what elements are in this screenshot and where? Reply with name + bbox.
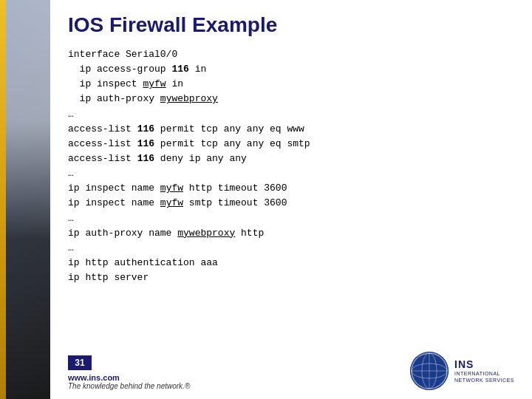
code-ellipsis-1: …: [68, 107, 514, 122]
code-line-inspect: ip inspect myfw in: [68, 77, 514, 92]
main-content: IOS Firewall Example interface Serial0/0…: [50, 0, 532, 399]
auth-proxy-name-mywebproxy: mywebproxy: [160, 93, 218, 104]
ins-logo: INS INTERNATIONALNETWORK SERVICES: [410, 352, 514, 390]
code-ellipsis-4: …: [68, 241, 514, 256]
code-line-access-group: ip access-group 116 in: [68, 62, 514, 77]
footer-left: 31 www.ins.com The knowledge behind the …: [68, 355, 190, 390]
code-line-http-server: ip http server: [68, 270, 514, 285]
footer-tagline: The knowledge behind the network.®: [68, 382, 190, 390]
page-title: IOS Firewall Example: [68, 13, 514, 37]
page-number: 31: [68, 355, 92, 370]
code-line-auth-proxy: ip auth-proxy mywebproxy: [68, 92, 514, 106]
code-line-inspect-smtp: ip inspect name myfw smtp timeout 3600: [68, 196, 514, 211]
yellow-accent-bar: [0, 0, 6, 399]
footer-url: www.ins.com: [68, 373, 190, 382]
ins-globe-icon: [410, 352, 449, 390]
code-line: interface Serial0/0: [68, 47, 514, 62]
left-sidebar: [0, 0, 50, 399]
code-line-acl-www: access-list 116 permit tcp any any eq ww…: [68, 122, 514, 137]
ins-text-block: INS INTERNATIONALNETWORK SERVICES: [454, 358, 514, 383]
code-line-acl-smtp: access-list 116 permit tcp any any eq sm…: [68, 137, 514, 151]
inspect-name-myfw-http: myfw: [160, 183, 183, 194]
acl-number-smtp: 116: [137, 138, 154, 149]
code-block: interface Serial0/0 ip access-group 116 …: [68, 47, 514, 346]
footer: 31 www.ins.com The knowledge behind the …: [68, 352, 514, 390]
code-line-acl-deny: access-list 116 deny ip any any: [68, 151, 514, 166]
inspect-name-myfw-smtp: myfw: [160, 197, 183, 208]
sidebar-background: [0, 0, 50, 399]
code-line-http-auth: ip http authentication aaa: [68, 256, 514, 270]
ins-sublabel: INTERNATIONALNETWORK SERVICES: [454, 370, 514, 383]
code-ellipsis-3: …: [68, 211, 514, 226]
auth-proxy-name-http: mywebproxy: [177, 228, 235, 239]
ins-label: INS: [454, 358, 514, 370]
inspect-name-myfw: myfw: [143, 78, 166, 89]
acl-number: 116: [171, 64, 188, 75]
code-line-auth-proxy-http: ip auth-proxy name mywebproxy http: [68, 226, 514, 241]
code-line-inspect-http: ip inspect name myfw http timeout 3600: [68, 181, 514, 196]
code-ellipsis-2: …: [68, 166, 514, 181]
acl-number-www: 116: [137, 123, 154, 134]
ins-logo-circle: [410, 352, 449, 390]
acl-number-deny: 116: [137, 153, 154, 164]
